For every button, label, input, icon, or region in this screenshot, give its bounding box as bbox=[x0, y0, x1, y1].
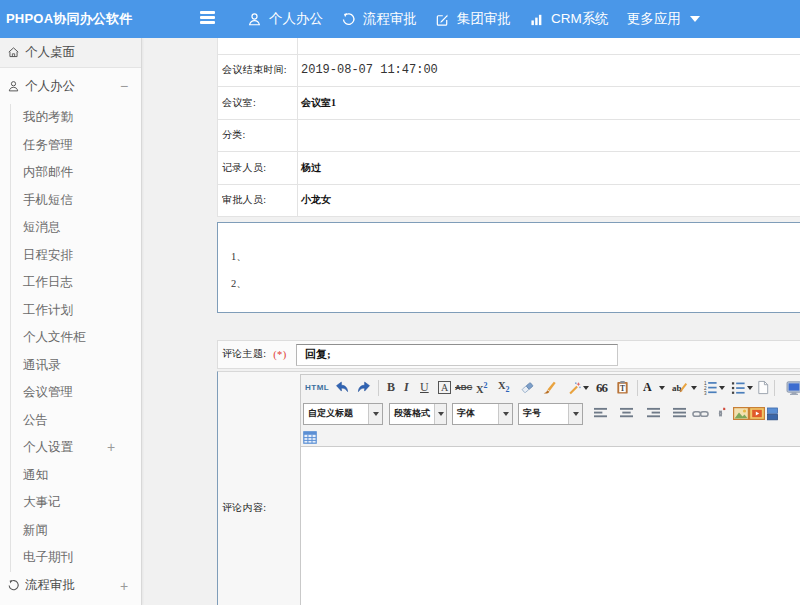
format-painter-icon[interactable] bbox=[542, 379, 557, 397]
underline-icon[interactable]: U bbox=[420, 379, 429, 397]
caret-down-icon[interactable] bbox=[583, 386, 589, 390]
align-center-icon[interactable] bbox=[619, 405, 634, 423]
sidebar-subitem[interactable]: 个人文件柜 bbox=[11, 324, 141, 352]
sidebar-subitem[interactable]: 大事记 bbox=[11, 489, 141, 517]
blockquote-icon[interactable]: 66 bbox=[596, 379, 607, 397]
unlink-icon[interactable] bbox=[713, 405, 728, 423]
superscript-icon[interactable]: X2 bbox=[476, 379, 488, 397]
topnav-more-apps[interactable]: 更多应用 bbox=[618, 0, 709, 38]
caret-down-icon[interactable] bbox=[719, 386, 725, 390]
ordered-list-icon[interactable]: 123 bbox=[703, 379, 718, 397]
topnav-item[interactable]: 集团审批 bbox=[426, 0, 520, 38]
sidebar-subitem[interactable]: 手机短信 bbox=[11, 187, 141, 215]
sidebar-item-desktop[interactable]: 个人桌面 bbox=[0, 38, 141, 68]
redo-icon[interactable] bbox=[356, 379, 371, 397]
table-grid-icon[interactable] bbox=[303, 428, 317, 446]
remove-format-icon[interactable] bbox=[520, 379, 535, 397]
sidebar-item-workflow-approval[interactable]: 流程审批 + bbox=[0, 572, 141, 600]
sidebar-subitem[interactable]: 内部邮件 bbox=[11, 159, 141, 187]
paragraph-format-select[interactable]: 段落格式 bbox=[389, 403, 447, 425]
caret-down-icon[interactable] bbox=[747, 386, 753, 390]
paste-word-icon[interactable]: T bbox=[615, 379, 630, 397]
expand-icon[interactable]: + bbox=[103, 434, 119, 462]
caret-down-icon[interactable] bbox=[434, 404, 446, 424]
toolbar-separator bbox=[378, 380, 379, 396]
person-icon bbox=[7, 80, 20, 93]
home-icon bbox=[7, 46, 20, 59]
svg-text:3: 3 bbox=[704, 391, 707, 395]
sidebar-subitem[interactable]: 公告 bbox=[11, 407, 141, 435]
font-family-select[interactable]: 字体 bbox=[452, 403, 513, 425]
row-value bbox=[298, 120, 800, 152]
row-label bbox=[218, 38, 298, 54]
table-row: 会议室:会议室1 bbox=[218, 87, 800, 120]
media-icon[interactable] bbox=[749, 405, 765, 423]
image-icon[interactable] bbox=[733, 405, 749, 423]
unordered-list-icon[interactable] bbox=[731, 379, 746, 397]
italic-icon[interactable]: I bbox=[404, 379, 409, 397]
sidebar-subitem[interactable]: 短消息 bbox=[11, 214, 141, 242]
subscript-icon[interactable]: X2 bbox=[498, 379, 510, 397]
select-label: 段落格式 bbox=[390, 404, 434, 424]
collapse-icon[interactable]: − bbox=[116, 78, 132, 94]
caret-down-icon[interactable] bbox=[498, 404, 512, 424]
editor-toolbar: HTMLBIUAABCX2X266TAab123 自定义标题段落格式字体字号 bbox=[301, 375, 800, 447]
row-label: 记录人员: bbox=[218, 152, 298, 184]
sidebar-subitem[interactable]: 工作日志 bbox=[11, 269, 141, 297]
toolbar-separator bbox=[774, 380, 775, 396]
main-area: 会议结束时间:2019-08-07 11:47:00会议室:会议室1分类:记录人… bbox=[142, 38, 800, 605]
expand-icon[interactable]: + bbox=[116, 578, 132, 594]
align-left-icon[interactable] bbox=[593, 405, 608, 423]
cube-icon[interactable] bbox=[766, 405, 779, 423]
row-value: 会议室1 bbox=[298, 87, 800, 119]
caret-down-icon[interactable] bbox=[691, 386, 697, 390]
align-justify-icon[interactable] bbox=[672, 405, 687, 423]
sidebar-subitem[interactable]: 会议管理 bbox=[11, 379, 141, 407]
fullscreen-icon[interactable] bbox=[786, 379, 800, 397]
sidebar-subitem[interactable]: 日程安排 bbox=[11, 242, 141, 270]
sidebar-subitem[interactable]: 新闻 bbox=[11, 517, 141, 545]
font-box-icon[interactable]: A bbox=[438, 379, 451, 397]
editor-content-area[interactable] bbox=[301, 447, 800, 605]
font-size-select[interactable]: 字号 bbox=[518, 403, 583, 425]
sidebar-subitem[interactable]: 个人设置+ bbox=[11, 434, 141, 462]
row-label: 会议结束时间: bbox=[218, 55, 298, 87]
app-title: PHPOA协同办公软件 bbox=[6, 0, 132, 38]
topnav-item[interactable]: CRM系统 bbox=[520, 0, 618, 38]
link-icon[interactable] bbox=[692, 405, 709, 423]
html-source-button[interactable]: HTML bbox=[305, 379, 329, 397]
sidebar-subitem[interactable]: 通讯录 bbox=[11, 352, 141, 380]
svg-text:T: T bbox=[620, 384, 625, 393]
heading-select[interactable]: 自定义标题 bbox=[303, 403, 383, 425]
sidebar-subitem[interactable]: 电子期刊 bbox=[11, 544, 141, 572]
toolbar-row-2: 自定义标题段落格式字体字号 bbox=[301, 400, 800, 427]
topbar: PHPOA协同办公软件 个人办公流程审批集团审批CRM系统更多应用 bbox=[0, 0, 800, 38]
sidebar-subitem[interactable]: 我的考勤 bbox=[11, 104, 141, 132]
font-color-icon[interactable]: A bbox=[643, 379, 652, 397]
strikethrough-icon[interactable]: ABC bbox=[455, 379, 472, 397]
bold-icon[interactable]: B bbox=[387, 379, 395, 397]
sidebar-subitem[interactable]: 任务管理 bbox=[11, 132, 141, 160]
sidebar-subitem[interactable]: 工作计划 bbox=[11, 297, 141, 325]
new-page-icon[interactable] bbox=[756, 379, 770, 397]
align-right-icon[interactable] bbox=[646, 405, 661, 423]
meeting-content-box[interactable]: 1、2、 bbox=[217, 222, 800, 313]
caret-down-icon[interactable] bbox=[368, 404, 382, 424]
sidebar-item-personal-office[interactable]: 个人办公 − bbox=[0, 68, 141, 104]
table-row: 会议结束时间:2019-08-07 11:47:00 bbox=[218, 55, 800, 88]
rich-text-editor: HTMLBIUAABCX2X266TAab123 自定义标题段落格式字体字号 bbox=[300, 374, 800, 605]
topnav-item[interactable]: 流程审批 bbox=[332, 0, 426, 38]
content-area: 会议结束时间:2019-08-07 11:47:00会议室:会议室1分类:记录人… bbox=[217, 38, 800, 605]
sidebar-subitem[interactable]: 通知 bbox=[11, 462, 141, 490]
menu-icon[interactable] bbox=[200, 11, 215, 25]
content-line: 1、 bbox=[231, 250, 800, 277]
row-label: 会议室: bbox=[218, 87, 298, 119]
highlight-color-icon[interactable]: ab bbox=[671, 379, 688, 397]
topnav-item[interactable]: 个人办公 bbox=[238, 0, 332, 38]
comment-subject-input[interactable] bbox=[296, 344, 618, 366]
sidebar-submenu: 我的考勤任务管理内部邮件手机短信短消息日程安排工作日志工作计划个人文件柜通讯录会… bbox=[10, 104, 141, 572]
undo-icon[interactable] bbox=[335, 379, 350, 397]
caret-down-icon[interactable] bbox=[659, 386, 665, 390]
caret-down-icon[interactable] bbox=[568, 404, 582, 424]
quick-format-icon[interactable] bbox=[567, 379, 582, 397]
